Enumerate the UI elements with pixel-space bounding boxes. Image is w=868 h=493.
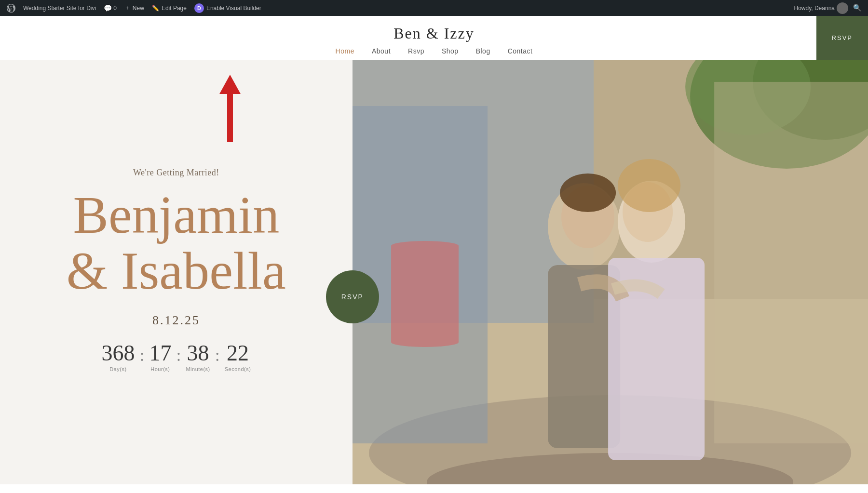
- divi-icon: D: [194, 3, 204, 13]
- enable-visual-builder-button[interactable]: D Enable Visual Builder: [191, 0, 264, 16]
- admin-bar-right: Howdy, Deanna 🔍: [794, 2, 865, 14]
- minutes-unit: 38 Minute(s): [186, 342, 210, 372]
- comment-count: 0: [113, 5, 117, 12]
- name-line-2: & Isabella: [67, 243, 286, 299]
- main-content: We're Getting Married! Benjamin & Isabel…: [0, 60, 868, 484]
- arrow-shaft: [227, 94, 233, 142]
- hero-photo-panel: [353, 60, 868, 484]
- site-header: Ben & Izzy Home About Rsvp Shop Blog Con…: [0, 16, 868, 60]
- edit-page-button[interactable]: ✏️ Edit Page: [149, 0, 190, 16]
- search-icon[interactable]: 🔍: [850, 4, 864, 12]
- days-unit: 368 Day(s): [101, 342, 135, 372]
- howdy-text: Howdy, Deanna: [794, 5, 835, 12]
- comment-icon: 💬: [104, 4, 112, 12]
- site-navigation: Home About Rsvp Shop Blog Contact: [336, 47, 533, 55]
- sep-2: :: [176, 342, 181, 365]
- svg-point-18: [618, 159, 680, 212]
- site-wrapper: Ben & Izzy Home About Rsvp Shop Blog Con…: [0, 16, 868, 493]
- photo-scene-svg: [353, 60, 868, 484]
- couple-names: Benjamin & Isabella: [67, 187, 286, 299]
- comments-button[interactable]: 💬 0: [101, 0, 120, 16]
- pencil-icon: ✏️: [152, 5, 159, 12]
- svg-point-17: [560, 173, 616, 212]
- getting-married-text: We're Getting Married!: [133, 168, 219, 178]
- arrow-indicator: [219, 75, 241, 142]
- svg-rect-8: [391, 241, 459, 347]
- seconds-unit: 22 Second(s): [225, 342, 251, 372]
- wp-logo-icon: [7, 4, 15, 13]
- days-label: Day(s): [109, 366, 126, 372]
- wedding-date: 8.12.25: [152, 313, 200, 328]
- seconds-value: 22: [227, 342, 249, 364]
- rsvp-circle-button[interactable]: RSVP: [326, 270, 379, 323]
- svg-rect-9: [714, 82, 868, 443]
- couple-photo: [353, 60, 868, 484]
- new-content-button[interactable]: ＋ New: [122, 0, 147, 16]
- wp-logo-button[interactable]: [4, 0, 18, 16]
- nav-home[interactable]: Home: [336, 47, 354, 55]
- admin-bar: Wedding Starter Site for Divi 💬 0 ＋ New …: [0, 0, 868, 16]
- enable-visual-builder-label: Enable Visual Builder: [206, 5, 261, 12]
- plus-icon: ＋: [124, 4, 130, 12]
- rsvp-header-button[interactable]: RSVP: [816, 16, 868, 60]
- hero-left-panel: We're Getting Married! Benjamin & Isabel…: [0, 60, 353, 484]
- sep-3: :: [215, 342, 220, 365]
- days-value: 368: [101, 342, 135, 364]
- site-title: Ben & Izzy: [393, 25, 475, 42]
- site-name-button[interactable]: Wedding Starter Site for Divi: [20, 0, 99, 16]
- nav-contact[interactable]: Contact: [508, 47, 533, 55]
- user-avatar[interactable]: [837, 2, 848, 14]
- sep-1: :: [139, 342, 144, 365]
- hours-label: Hour(s): [150, 366, 170, 372]
- nav-about[interactable]: About: [372, 47, 391, 55]
- name-line-1: Benjamin: [67, 187, 286, 243]
- seconds-label: Second(s): [225, 366, 251, 372]
- site-name-text: Wedding Starter Site for Divi: [23, 5, 96, 12]
- nav-rsvp[interactable]: Rsvp: [408, 47, 424, 55]
- new-label: New: [133, 5, 144, 12]
- nav-shop[interactable]: Shop: [442, 47, 459, 55]
- hours-value: 17: [149, 342, 171, 364]
- edit-page-label: Edit Page: [162, 5, 187, 12]
- hours-unit: 17 Hour(s): [149, 342, 171, 372]
- nav-blog[interactable]: Blog: [476, 47, 490, 55]
- minutes-value: 38: [187, 342, 209, 364]
- minutes-label: Minute(s): [186, 366, 210, 372]
- arrow-up-icon: [219, 75, 241, 94]
- countdown-timer: 368 Day(s) : 17 Hour(s) : 38 Minute(s) :…: [101, 342, 251, 372]
